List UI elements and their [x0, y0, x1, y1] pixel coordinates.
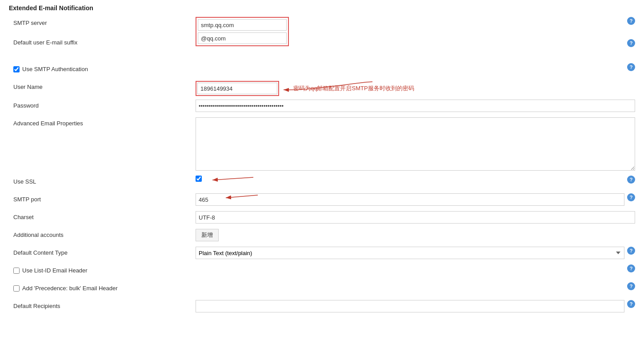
use-smtp-auth-row: Use SMTP Authentication ?: [9, 63, 635, 77]
additional-accounts-row: Additional accounts 新增: [9, 229, 635, 243]
default-recipients-input[interactable]: [196, 300, 624, 312]
smtp-port-help-icon[interactable]: ?: [627, 193, 635, 201]
smtp-port-row: SMTP port ?: [9, 193, 635, 208]
precedence-label: Add 'Precedence: bulk' Email Header: [9, 282, 196, 292]
username-label: User Name: [9, 81, 196, 90]
use-ssl-label: Use SSL: [9, 176, 196, 185]
use-ssl-checkbox[interactable]: [196, 176, 202, 182]
content-type-help-icon[interactable]: ?: [627, 247, 635, 255]
charset-row: Charset: [9, 211, 635, 225]
content-type-select[interactable]: Plain Text (text/plain) HTML (text/html): [196, 247, 624, 259]
charset-input[interactable]: [196, 211, 635, 224]
content-type-label: Default Content Type: [9, 247, 196, 256]
use-smtp-auth-label: Use SMTP Authentication: [9, 63, 196, 72]
email-suffix-label: Default user E-mail suffix: [9, 24, 196, 46]
list-id-label: Use List-ID Email Header: [9, 264, 196, 274]
smtp-port-input[interactable]: [196, 193, 624, 206]
smtp-server-help-icon[interactable]: ?: [627, 17, 635, 25]
charset-label: Charset: [9, 211, 196, 220]
use-smtp-auth-help-icon[interactable]: ?: [627, 63, 635, 71]
password-input[interactable]: [196, 100, 635, 112]
advanced-email-textarea[interactable]: [196, 117, 635, 171]
advanced-email-row: Advanced Email Properties: [9, 117, 635, 172]
list-id-row: Use List-ID Email Header ?: [9, 264, 635, 279]
use-ssl-help-icon[interactable]: ?: [627, 176, 635, 184]
precedence-row: Add 'Precedence: bulk' Email Header ?: [9, 282, 635, 296]
page-container: Extended E-mail Notification SMTP server…: [0, 0, 644, 322]
smtp-port-label: SMTP port: [9, 193, 196, 203]
password-row: Password: [9, 100, 635, 114]
list-id-checkbox[interactable]: [13, 268, 20, 274]
email-suffix-input[interactable]: [198, 32, 287, 44]
default-recipients-help-icon[interactable]: ?: [627, 300, 635, 308]
add-account-button[interactable]: 新增: [196, 229, 219, 241]
use-ssl-row: Use SSL ?: [9, 176, 635, 190]
smtp-server-input[interactable]: [198, 19, 287, 31]
smtp-annotation: 密码为qq邮箱配置开启SMTP服务时收到的密码: [293, 84, 414, 92]
advanced-email-label: Advanced Email Properties: [9, 117, 196, 127]
username-row: User Name 密码为qq邮箱配置开启SMTP服务时收到的密码: [9, 81, 635, 96]
default-recipients-label: Default Recipients: [9, 300, 196, 309]
list-id-help-icon[interactable]: ?: [627, 264, 635, 272]
content-type-row: Default Content Type Plain Text (text/pl…: [9, 247, 635, 261]
email-suffix-help-icon[interactable]: ?: [627, 39, 635, 47]
precedence-checkbox[interactable]: [13, 285, 20, 292]
smtp-email-group: [196, 17, 624, 47]
section-title: Extended E-mail Notification: [9, 4, 635, 12]
username-input[interactable]: [197, 83, 277, 94]
precedence-help-icon[interactable]: ?: [627, 282, 635, 290]
use-smtp-auth-checkbox[interactable]: [13, 66, 20, 72]
default-recipients-row: Default Recipients ?: [9, 300, 635, 314]
password-label: Password: [9, 100, 196, 109]
ssl-arrow: [204, 174, 258, 187]
additional-accounts-label: Additional accounts: [9, 229, 196, 238]
